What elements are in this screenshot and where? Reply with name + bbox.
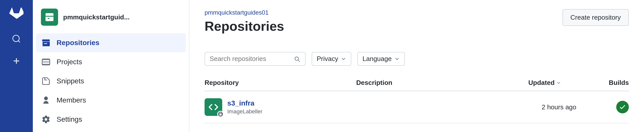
build-success-badge[interactable] [616,101,629,113]
icon-bar [0,0,33,132]
svg-point-0 [13,35,19,42]
chevron-down-icon [341,56,346,62]
repo-name-cell: s3_infra ImageLabeller [205,91,356,123]
repo-lock-badge [217,111,224,117]
toolbar: Privacy Language [205,52,629,66]
sidebar-item-label: Repositories [57,39,100,47]
repo-name[interactable]: s3_infra [227,99,262,107]
sidebar-item-label: Settings [57,115,82,123]
checkmark-icon [619,103,626,111]
lock-icon [219,112,222,116]
svg-rect-2 [219,114,221,115]
repo-name-info: s3_infra ImageLabeller [227,99,262,115]
repo-description-cell [356,91,451,123]
repo-icon [205,98,222,116]
settings-icon [41,114,51,124]
sidebar-item-settings[interactable]: Settings [33,110,189,129]
search-icon[interactable] [10,32,23,45]
col-header-repository: Repository [205,75,356,91]
page-header: pmmquickstartguides01 Repositories Creat… [205,9,629,43]
sidebar-item-label: Projects [57,58,82,66]
gitlab-logo[interactable] [7,5,26,23]
privacy-label: Privacy [317,55,338,63]
add-icon[interactable] [10,54,23,68]
sidebar-item-repositories[interactable]: Repositories [36,33,186,52]
code-icon [208,102,218,112]
org-header[interactable]: pmmquickstartguid... [33,6,189,33]
page-header-left: pmmquickstartguides01 Repositories [205,9,284,43]
repo-updated-cell: 2 hours ago [451,91,576,123]
sidebar-item-projects[interactable]: Projects [33,52,189,72]
col-header-builds: Builds [576,75,629,91]
main-content: pmmquickstartguides01 Repositories Creat… [189,0,644,132]
snippets-icon [41,76,51,86]
sort-icon [556,80,561,85]
sidebar-nav: Repositories Projects Snippets [33,33,189,129]
language-dropdown[interactable]: Language [357,52,405,66]
search-icon [293,55,301,62]
privacy-dropdown[interactable]: Privacy [312,52,351,66]
repo-namespace: ImageLabeller [227,108,262,115]
chevron-down-icon [394,56,400,62]
sidebar-item-label: Snippets [57,77,84,85]
search-box[interactable] [205,52,306,66]
org-icon [41,9,58,26]
sidebar-item-members[interactable]: Members [33,91,189,110]
repositories-table: Repository Description Updated Builds [205,75,629,123]
create-repository-button[interactable]: Create repository [562,9,629,26]
repo-builds-cell [576,91,629,123]
projects-icon [41,57,51,67]
repositories-icon [41,38,51,48]
members-icon [41,95,51,105]
col-header-description: Description [356,75,451,91]
sidebar-item-snippets[interactable]: Snippets [33,72,189,91]
page-title: Repositories [205,19,284,34]
org-name: pmmquickstartguid... [63,13,130,21]
language-label: Language [362,55,392,63]
col-header-updated[interactable]: Updated [451,75,576,91]
breadcrumb[interactable]: pmmquickstartguides01 [205,9,284,16]
sidebar: pmmquickstartguid... Repositories Projec… [33,0,189,132]
sidebar-item-label: Members [57,96,86,104]
search-input[interactable] [210,55,290,63]
table-row: s3_infra ImageLabeller 2 hours ago [205,91,629,123]
